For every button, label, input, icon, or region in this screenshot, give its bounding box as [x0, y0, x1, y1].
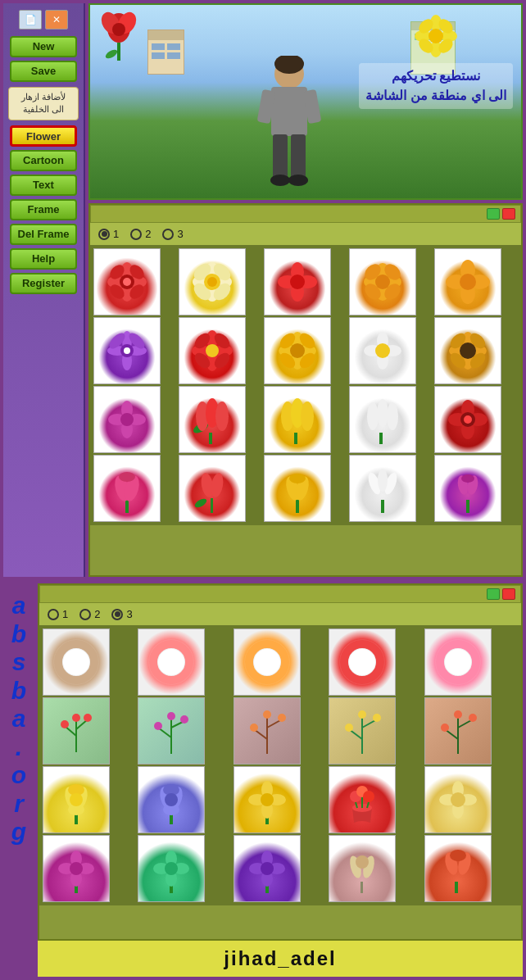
svg-rect-236	[360, 882, 363, 893]
svg-rect-11	[273, 134, 288, 179]
flower-cell-g1[interactable]	[43, 628, 110, 696]
flower-cell-14[interactable]	[349, 386, 416, 453]
flower-cell-16[interactable]	[93, 455, 161, 522]
panel1-radio-1[interactable]: 1	[98, 228, 119, 240]
flower-cell-18[interactable]	[264, 455, 331, 522]
panel2-radio-1[interactable]: 1	[48, 608, 68, 620]
red-flower-decoration	[98, 11, 139, 68]
text-button[interactable]: Text	[10, 175, 77, 196]
svg-point-5	[104, 48, 119, 61]
svg-point-173	[250, 724, 258, 732]
flower-cell-g10[interactable]	[424, 697, 492, 764]
flower-cell-11[interactable]	[93, 386, 161, 453]
flower-cell-g16[interactable]	[43, 835, 110, 902]
top-section: 📄 ✕ New Save لأضافة ازهار الى الخلفية Fl…	[0, 0, 526, 580]
flower-cell-6[interactable]	[93, 317, 161, 384]
radio-circle-2	[130, 229, 142, 240]
svg-point-161	[61, 720, 69, 728]
panel2-radio-circle-1	[48, 609, 59, 620]
flower-cell-20[interactable]	[434, 455, 501, 522]
panel2-minimize-btn[interactable]	[487, 588, 500, 600]
flower-cell-19[interactable]	[349, 455, 416, 522]
flower-cell-g20[interactable]	[424, 835, 492, 902]
flower-cell-g14[interactable]	[329, 766, 396, 833]
flower-button[interactable]: Flower	[10, 125, 77, 147]
flower-cell-g19[interactable]	[329, 835, 396, 902]
svg-point-131	[119, 472, 135, 482]
flower-cell-g3[interactable]	[234, 628, 301, 696]
flower-cell-g18[interactable]	[234, 835, 301, 902]
save-button[interactable]: Save	[10, 61, 77, 82]
flower-cell-12[interactable]	[179, 386, 246, 453]
panel1-radio-3[interactable]: 3	[162, 228, 183, 240]
svg-point-94	[375, 343, 390, 358]
sidebar-icon-row: 📄 ✕	[19, 10, 68, 29]
flower-cell-5[interactable]	[434, 248, 501, 315]
flower-cell-g12[interactable]	[138, 766, 205, 833]
panel1-minimize-btn[interactable]	[487, 208, 500, 220]
svg-point-174	[278, 714, 286, 722]
svg-point-205	[261, 793, 274, 806]
footer-area: jihad_adel	[38, 941, 523, 977]
svg-rect-136	[296, 500, 299, 513]
flower-cell-g7[interactable]	[138, 697, 205, 764]
close-icon[interactable]: ✕	[45, 10, 68, 29]
flower-cell-3[interactable]	[264, 248, 331, 315]
frame-button[interactable]: Frame	[10, 199, 77, 220]
flower-cell-g4[interactable]	[329, 628, 396, 696]
svg-point-199	[165, 793, 178, 806]
flower-cell-1[interactable]	[93, 248, 161, 315]
register-button[interactable]: Register	[10, 273, 77, 294]
panel1-close-btn[interactable]	[502, 208, 515, 220]
svg-point-167	[154, 722, 162, 730]
flower-cell-17[interactable]	[179, 455, 246, 522]
help-button[interactable]: Help	[10, 248, 77, 270]
flower-cell-15[interactable]	[434, 386, 501, 453]
cartoon-button[interactable]: Cartoon	[10, 150, 77, 171]
flower-cell-g5[interactable]	[424, 628, 492, 696]
flower-panel-2: 1 2 3	[38, 583, 523, 941]
flower-cell-g17[interactable]	[138, 835, 205, 902]
svg-rect-12	[291, 134, 306, 179]
svg-point-120	[377, 399, 388, 427]
flower-cell-g15[interactable]	[424, 766, 492, 833]
svg-point-239	[356, 855, 369, 869]
svg-point-121	[387, 402, 398, 430]
svg-point-180	[373, 714, 381, 722]
flower-cell-10[interactable]	[434, 317, 501, 384]
flower-cell-13[interactable]	[264, 386, 331, 453]
svg-point-179	[345, 724, 353, 732]
flower-cell-7[interactable]	[179, 317, 246, 384]
document-icon[interactable]: 📄	[19, 10, 42, 29]
new-button[interactable]: New	[10, 36, 77, 57]
del-frame-button[interactable]: Del Frame	[10, 224, 77, 245]
footer-username: jihad_adel	[224, 947, 336, 969]
panel1-radio-2[interactable]: 2	[130, 228, 151, 240]
svg-point-169	[167, 712, 175, 720]
panel2-flower-grid	[39, 625, 521, 905]
panel2-radio-2[interactable]: 2	[79, 608, 100, 620]
svg-point-14	[288, 175, 308, 186]
svg-point-49	[290, 274, 305, 289]
svg-point-229	[165, 862, 178, 875]
panel2-close-btn[interactable]	[502, 588, 515, 600]
svg-point-89	[290, 343, 305, 358]
alpha-o: o	[11, 761, 26, 790]
flower-cell-g8[interactable]	[234, 697, 301, 764]
alpha-r: r	[14, 790, 24, 819]
panel2-radio-3[interactable]: 3	[111, 608, 132, 620]
svg-point-63	[460, 274, 476, 290]
flower-cell-g13[interactable]	[234, 766, 301, 833]
flower-cell-g9[interactable]	[329, 697, 396, 764]
panel1-flower-grid	[90, 245, 521, 525]
flower-cell-g6[interactable]	[43, 697, 110, 764]
flower-cell-2[interactable]	[179, 248, 246, 315]
flower-cell-g11[interactable]	[43, 766, 110, 833]
flower-cell-4[interactable]	[349, 248, 416, 315]
svg-point-127	[464, 415, 472, 424]
svg-point-13	[270, 175, 290, 186]
bottom-section: a b s b a . o r g 1	[0, 580, 526, 980]
flower-cell-g2[interactable]	[138, 628, 205, 696]
flower-cell-9[interactable]	[349, 317, 416, 384]
flower-cell-8[interactable]	[264, 317, 331, 384]
